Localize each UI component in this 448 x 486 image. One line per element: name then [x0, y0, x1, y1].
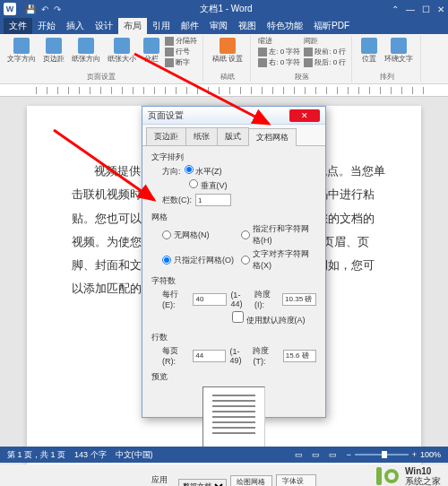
- indent-right[interactable]: 右: 0 字符: [258, 57, 300, 67]
- direction-label: 方向:: [162, 166, 181, 178]
- position-button[interactable]: 位置: [359, 36, 379, 65]
- manuscript-button[interactable]: 稿纸 设置: [211, 36, 245, 65]
- ribbon-options-icon[interactable]: ⌃: [392, 4, 399, 14]
- hyphenation-button[interactable]: 断字: [165, 57, 197, 67]
- maximize-icon[interactable]: ☐: [422, 4, 430, 14]
- chars-pitch-spinner[interactable]: 10.35 磅: [282, 293, 316, 306]
- columns-spinner[interactable]: 1: [195, 194, 231, 206]
- window-title: 文档1 - Word: [61, 3, 392, 15]
- radio-no-grid[interactable]: 无网格(N): [162, 223, 234, 247]
- indent-left[interactable]: 左: 0 字符: [258, 47, 300, 56]
- status-bar: 第 1 页，共 1 页 143 个字 中文(中国) ▭ ▭ ▭ − + 100%: [0, 447, 448, 463]
- view-read-icon[interactable]: ▭: [295, 450, 303, 459]
- ribbon: 文字方向 页边距 纸张方向 纸张大小 分栏 分隔符 行号 断字 页面设置 稿纸 …: [0, 34, 448, 84]
- watermark-line2: 系统之家: [405, 476, 441, 486]
- close-icon[interactable]: ✕: [437, 4, 444, 14]
- title-bar: W 💾 ↶ ↷ 文档1 - Word ⌃ — ☐ ✕: [0, 0, 448, 18]
- radio-char-grid[interactable]: 指定行和字符网格(H): [241, 223, 316, 247]
- tab-view[interactable]: 视图: [233, 18, 262, 34]
- tab-pdf[interactable]: 福昕PDF: [308, 18, 355, 34]
- apply-to-select[interactable]: 整篇文档: [178, 479, 227, 486]
- tab-special[interactable]: 特色功能: [262, 18, 308, 34]
- columns-button[interactable]: 分栏: [142, 36, 161, 65]
- tab-review[interactable]: 审阅: [204, 18, 233, 34]
- redo-icon[interactable]: ↷: [54, 4, 61, 14]
- ribbon-tabs: 文件 开始 插入 设计 布局 引用 邮件 审阅 视图 特色功能 福昕PDF: [0, 18, 448, 34]
- tab-references[interactable]: 引用: [147, 18, 176, 34]
- page-setup-dialog: 页面设置 ✕ 页边距 纸张 版式 文档网格 文字排列 方向: 水平(Z) 垂直(…: [142, 106, 326, 418]
- radio-align-grid[interactable]: 文字对齐字符网格(X): [241, 248, 316, 272]
- minimize-icon[interactable]: —: [406, 4, 415, 14]
- use-default-pitch-checkbox[interactable]: 使用默认跨度(A): [232, 311, 306, 326]
- group-manuscript-caption: 稿纸: [211, 72, 245, 82]
- group-arrange-caption: 排列: [359, 72, 415, 82]
- tab-margins[interactable]: 页边距: [146, 127, 186, 145]
- tab-insert[interactable]: 插入: [61, 18, 90, 34]
- undo-icon[interactable]: ↶: [41, 4, 48, 14]
- radio-horizontal[interactable]: 水平(Z): [185, 165, 222, 178]
- zoom-percent[interactable]: 100%: [420, 450, 441, 459]
- zoom-slider[interactable]: [355, 454, 409, 456]
- lines-per-page-spinner[interactable]: 44: [193, 350, 226, 362]
- lines-pitch-spinner[interactable]: 15.6 磅: [283, 350, 316, 362]
- word-app-icon: W: [4, 3, 16, 15]
- apply-to-label: 应用于(Y):: [151, 474, 175, 486]
- wrap-text-button[interactable]: 环绕文字: [383, 36, 415, 65]
- text-direction-button[interactable]: 文字方向: [5, 36, 38, 65]
- tab-file[interactable]: 文件: [4, 18, 32, 34]
- status-page[interactable]: 第 1 页，共 1 页: [7, 449, 65, 461]
- line-numbers-button[interactable]: 行号: [165, 47, 197, 56]
- radio-line-grid[interactable]: 只指定行网格(O): [162, 248, 234, 272]
- tab-document-grid[interactable]: 文档网格: [248, 128, 297, 146]
- breaks-button[interactable]: 分隔符: [165, 36, 197, 46]
- tab-home[interactable]: 开始: [32, 18, 61, 34]
- zoom-out-icon[interactable]: −: [346, 450, 350, 459]
- lines-range: (1-49): [229, 347, 249, 365]
- chars-per-line-spinner[interactable]: 40: [193, 293, 227, 306]
- orientation-button[interactable]: 纸张方向: [70, 36, 102, 65]
- tab-layout-dlg[interactable]: 版式: [217, 127, 249, 145]
- chars-range: (1-44): [230, 291, 251, 308]
- status-word-count[interactable]: 143 个字: [74, 449, 107, 461]
- spacing-after[interactable]: 段后: 0 行: [304, 57, 346, 67]
- section-preview: 预览: [151, 371, 316, 383]
- size-button[interactable]: 纸张大小: [106, 36, 138, 65]
- lines-per-page-label: 每页(R):: [162, 345, 189, 366]
- watermark: Win10 系统之家: [376, 466, 441, 486]
- spacing-heading: 间距: [304, 36, 346, 46]
- tab-design[interactable]: 设计: [90, 18, 118, 34]
- section-text-direction: 文字排列: [151, 152, 316, 163]
- save-icon[interactable]: 💾: [25, 4, 36, 14]
- lines-pitch-label: 跨度(T):: [253, 345, 279, 366]
- spacing-before[interactable]: 段前: 0 行: [304, 47, 346, 56]
- status-language[interactable]: 中文(中国): [116, 449, 153, 461]
- chars-per-line-label: 每行(E):: [162, 289, 189, 309]
- zoom-in-icon[interactable]: +: [412, 450, 417, 459]
- tab-layout[interactable]: 布局: [118, 18, 147, 34]
- watermark-logo-icon: [376, 467, 400, 485]
- dialog-title: 页面设置: [148, 109, 289, 122]
- quick-access-toolbar: 💾 ↶ ↷: [25, 4, 61, 14]
- dialog-close-button[interactable]: ✕: [289, 109, 320, 122]
- section-lines: 行数: [151, 332, 316, 343]
- columns-label: 栏数(C):: [162, 195, 192, 206]
- view-web-icon[interactable]: ▭: [329, 450, 337, 459]
- indent-heading: 缩进: [258, 36, 300, 46]
- watermark-line1: Win10: [405, 466, 441, 476]
- ruler[interactable]: [0, 84, 448, 97]
- section-chars: 字符数: [151, 275, 316, 287]
- radio-vertical[interactable]: 垂直(V): [189, 179, 228, 192]
- font-settings-button[interactable]: 字体设置(F)...: [276, 474, 316, 486]
- tab-paper[interactable]: 纸张: [185, 127, 218, 145]
- margins-button[interactable]: 页边距: [41, 36, 66, 65]
- group-page-setup-caption: 页面设置: [5, 72, 197, 82]
- group-paragraph-caption: 段落: [258, 72, 346, 82]
- chars-pitch-label: 跨度(I):: [254, 289, 279, 309]
- draw-grid-button[interactable]: 绘图网格(W)...: [230, 475, 272, 486]
- tab-mailings[interactable]: 邮件: [176, 18, 204, 34]
- section-grid: 网格: [151, 212, 316, 223]
- view-print-icon[interactable]: ▭: [312, 450, 320, 459]
